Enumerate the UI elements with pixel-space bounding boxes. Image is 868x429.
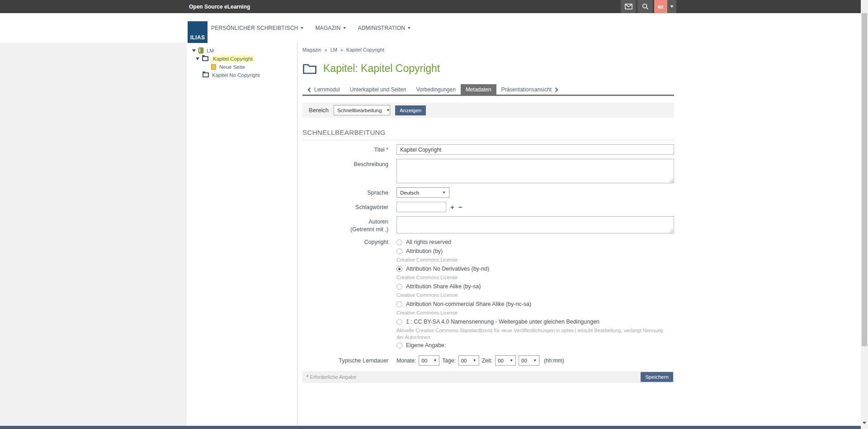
tree-item-neue-seite[interactable]: Neue Seite	[211, 63, 297, 71]
nav-item-label: MAGAZIN	[315, 25, 340, 31]
copyright-option[interactable]: Attribution (by)	[396, 247, 674, 256]
page-title-block: Kapitel: Kapitel Copyright	[302, 62, 674, 75]
zeit-minuten-select[interactable]: 00 ▼	[519, 355, 539, 366]
copyright-radio-4[interactable]	[396, 301, 402, 307]
copyright-option[interactable]: 1 : CC BY-SA 4.0 Namensnennung - Weiterg…	[396, 317, 674, 326]
copyright-option-note: Aktuelle Creative Commons-Standardlizenz…	[396, 326, 666, 341]
tage-label: Tage:	[442, 358, 455, 364]
tab-lernmodul[interactable]: Lernmodul	[302, 84, 345, 95]
scrollbar-down-arrow-icon[interactable]	[863, 422, 866, 424]
user-menu-toggle[interactable]	[667, 0, 676, 13]
mail-icon	[625, 4, 632, 10]
copyright-option[interactable]: All rights reserved	[396, 238, 674, 247]
bereich-label: Bereich	[309, 107, 329, 114]
nav-item-persoenlicher-schreibtisch[interactable]: PERSÖNLICHER SCHREIBTISCH	[211, 25, 303, 31]
breadcrumb-link-lm[interactable]: LM	[330, 47, 337, 52]
copyright-option[interactable]: Attribution No Derivatives (by-nd)	[396, 264, 674, 273]
tree-item-kapitel-copyright[interactable]: Kapitel Copyright	[196, 55, 297, 62]
titel-input[interactable]	[396, 144, 674, 155]
chapter-folder-icon	[203, 72, 209, 77]
copyright-option-note: Creative Commons License	[396, 309, 674, 317]
nav-item-label: PERSÖNLICHER SCHREIBTISCH	[211, 25, 298, 31]
tree-item-kapitel-no-copyright[interactable]: Kapitel No Copyright	[196, 71, 297, 79]
chevron-down-icon	[301, 27, 303, 29]
autoren-label: Autoren (Getrennt mit ,)	[302, 216, 396, 234]
tage-select[interactable]: 00 ▼	[458, 355, 479, 366]
add-icon[interactable]: +	[450, 204, 454, 210]
tab-metadaten[interactable]: Metadaten	[461, 84, 496, 95]
copyright-option-label: Attribution Non-commercial Share Alike (…	[406, 301, 531, 307]
sprache-select[interactable]: Deutsch ▼	[396, 187, 449, 198]
form-row-sprache: Sprache Deutsch ▼	[302, 187, 674, 198]
tab-bar: Lernmodul Unterkapitel und Seiten Vorbed…	[302, 84, 674, 96]
copyright-option[interactable]: Eigene Angabe:	[396, 341, 674, 350]
copyright-radio-0[interactable]	[396, 239, 402, 245]
beschreibung-label: Beschreibung	[302, 159, 396, 183]
tree-item-label: LM	[207, 48, 214, 53]
copyright-radio-1[interactable]	[396, 248, 402, 254]
app-title: Open Source eLearning	[189, 4, 250, 10]
nav-item-administration[interactable]: ADMINISTRATION	[358, 25, 410, 31]
copyright-radio-3[interactable]	[396, 284, 402, 290]
breadcrumb-link-magazin[interactable]: Magazin	[302, 47, 321, 52]
tab-praesentationsansicht[interactable]: Präsentationsansicht	[496, 84, 563, 95]
form-row-lerndauer: Typische Lerndauer Monate: 00 ▼ Tage: 00…	[302, 355, 674, 366]
search-icon	[642, 3, 649, 10]
required-note: * Erforderliche Angabe	[307, 374, 356, 380]
beschreibung-textarea[interactable]	[396, 159, 674, 183]
remove-icon[interactable]: −	[458, 204, 462, 210]
copyright-radio-2[interactable]	[396, 266, 402, 272]
breadcrumb-separator: »	[325, 47, 327, 52]
bereich-select[interactable]: Schnellbearbeitung ▼	[334, 105, 390, 115]
vertical-scrollbar[interactable]	[861, 0, 868, 429]
ilias-logo[interactable]: ILIAS	[188, 21, 208, 43]
avatar[interactable]: ez	[654, 0, 667, 13]
bottom-bar	[0, 426, 861, 429]
copyright-radio-6[interactable]	[396, 343, 402, 348]
monate-label: Monate:	[396, 358, 416, 364]
copyright-label: Copyright	[302, 238, 396, 350]
schlagwoerter-input[interactable]	[396, 202, 446, 212]
tree-item-lm[interactable]: LM	[192, 47, 297, 54]
anzeigen-button[interactable]: Anzeigen	[395, 105, 426, 115]
mail-button[interactable]	[621, 0, 636, 13]
page-title: Kapitel: Kapitel Copyright	[323, 62, 440, 75]
zeit-stunden-select[interactable]: 00 ▼	[495, 355, 516, 366]
copyright-option[interactable]: Attribution Share Alike (by-sa)	[396, 282, 674, 291]
chevron-left-icon	[307, 87, 311, 92]
tree-expand-icon[interactable]	[196, 57, 199, 60]
breadcrumb: Magazin » LM » Kapitel Copyright	[302, 47, 674, 52]
tree-item-label-highlighted: Kapitel Copyright	[212, 56, 254, 62]
tab-vorbedingungen[interactable]: Vorbedingungen	[411, 84, 460, 95]
tree-item-label: Neue Seite	[219, 64, 245, 70]
tree-panel: LM Kapitel Copyright Neue Seite Kapitel …	[187, 43, 297, 426]
section-heading: SCHNELLBEARBEITUNG	[302, 129, 674, 140]
tab-label: Präsentationsansicht	[501, 86, 552, 93]
search-button[interactable]	[637, 0, 653, 13]
breadcrumb-link-kapitel-copyright[interactable]: Kapitel Copyright	[346, 47, 384, 52]
copyright-option-label: Attribution No Derivatives (by-nd)	[406, 266, 489, 272]
main-header: ILIAS PERSÖNLICHER SCHREIBTISCH MAGAZIN …	[0, 13, 861, 43]
format-hint: (hh:mm)	[544, 358, 564, 364]
tab-unterkapitel-und-seiten[interactable]: Unterkapitel und Seiten	[345, 84, 411, 95]
chapter-folder-icon	[202, 56, 208, 61]
nav-item-magazin[interactable]: MAGAZIN	[315, 25, 346, 31]
scrollbar-thumb[interactable]	[862, 13, 867, 346]
form-footer: * Erforderliche Angabe Speichern	[302, 371, 674, 383]
sprache-select-value: Deutsch	[400, 190, 419, 195]
tree-expand-icon[interactable]	[192, 49, 196, 52]
copyright-option-note: Creative Commons License	[396, 291, 674, 300]
autoren-textarea[interactable]	[396, 216, 674, 234]
main-nav: PERSÖNLICHER SCHREIBTISCH MAGAZIN ADMINI…	[211, 13, 410, 43]
copyright-option-label: Eigene Angabe:	[406, 342, 446, 348]
select-caret-icon: ▼	[442, 191, 446, 195]
main-panel: Magazin » LM » Kapitel Copyright Kapitel…	[297, 43, 861, 426]
lerndauer-label: Typische Lerndauer	[302, 355, 396, 366]
monate-select[interactable]: 00 ▼	[419, 355, 439, 366]
copyright-radio-5[interactable]	[396, 319, 402, 325]
speichern-button[interactable]: Speichern	[641, 372, 673, 382]
copyright-option[interactable]: Attribution Non-commercial Share Alike (…	[396, 300, 674, 309]
tree-item-label: Kapitel No Copyright	[212, 72, 259, 78]
form-row-schlagwoerter: Schlagwörter + −	[302, 202, 674, 212]
copyright-option-note: Creative Commons License	[396, 256, 674, 264]
